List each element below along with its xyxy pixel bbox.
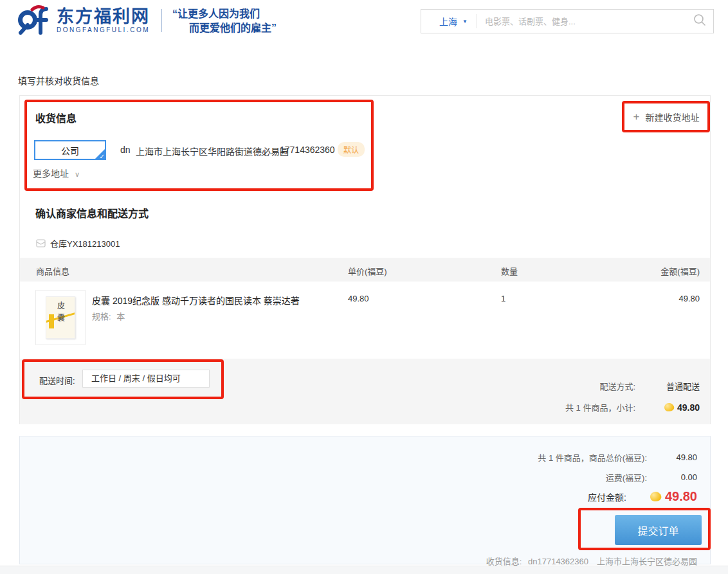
submit-order-button[interactable]: 提交订单 <box>615 515 702 545</box>
new-address-label: 新建收货地址 <box>645 111 699 123</box>
shipping-row: 运费(福豆): 0.00 <box>606 471 697 483</box>
more-addresses-label: 更多地址 <box>33 168 69 179</box>
shipping-label: 运费(福豆): <box>606 471 647 483</box>
total-label: 共 1 件商品，商品总价(福豆): <box>538 451 647 463</box>
product-title[interactable]: 皮囊 2019纪念版 感动千万读者的国民读本 蔡崇达著 <box>92 294 349 307</box>
new-address-button[interactable]: + 新建收货地址 <box>631 109 702 125</box>
subtotal-value-wrap: 49.80 <box>635 402 700 413</box>
default-badge: 默认 <box>338 142 365 157</box>
col-amount: 金额(福豆) <box>660 265 700 277</box>
search-input[interactable] <box>477 12 686 31</box>
chevron-down-icon: ▼ <box>462 19 468 24</box>
site-header: 东方福利网 DONGFANGFULI.COM “让更多人因为我们 而更爱他们的雇… <box>0 0 728 39</box>
recipient-phone: 17714362360 <box>280 145 335 155</box>
subtotal-value: 49.80 <box>677 402 700 413</box>
address-tag-button[interactable]: 公司 ✓ <box>34 140 106 160</box>
address-tag-label: 公司 <box>61 144 79 157</box>
search-icon <box>693 13 707 30</box>
shipping-value: 0.00 <box>647 472 697 482</box>
payable-label: 应付金额: <box>588 490 626 503</box>
delivery-section: 配送时间: 工作日 / 周末 / 假日均可 配送方式: 普通配送 共 1 件商品… <box>20 359 710 424</box>
header-divider <box>161 9 162 32</box>
fudou-bean-icon <box>664 402 675 412</box>
slogan-line1: “让更多人因为我们 <box>172 7 277 21</box>
search-box: 上海 ▼ <box>421 9 714 33</box>
page-title: 填写并核对收货信息 <box>18 74 99 87</box>
city-label: 上海 <box>439 15 457 28</box>
merchant-section-title: 确认商家信息和配送方式 <box>35 205 149 220</box>
summary-card: 共 1 件商品，商品总价(福豆): 49.80 运费(福豆): 0.00 应付金… <box>19 436 711 564</box>
search-button[interactable] <box>686 13 713 30</box>
amount-cell: 49.80 <box>678 294 700 303</box>
quantity-cell: 1 <box>501 294 505 303</box>
delivery-method-value: 普通配送 <box>635 380 700 392</box>
spec-value: 本 <box>116 312 125 321</box>
warehouse-row: 仓库YX181213001 <box>36 237 120 249</box>
bottom-strip <box>0 566 728 574</box>
footer-address-label: 收货信息: <box>486 557 522 566</box>
delivery-method-row: 配送方式: 普通配送 <box>599 380 700 392</box>
logo-domain: DONGFANGFULI.COM <box>57 26 150 34</box>
col-product: 商品信息 <box>36 265 69 277</box>
warehouse-icon <box>36 239 46 247</box>
address-section-title: 收货信息 <box>35 110 77 125</box>
slogan: “让更多人因为我们 而更爱他们的雇主” <box>172 4 277 35</box>
recipient-name: dn <box>120 145 131 155</box>
payable-value: 49.80 <box>665 489 697 504</box>
spec-label: 规格: <box>92 312 111 321</box>
book-cover: 皮囊 <box>46 296 75 339</box>
order-table-header: 商品信息 单价(福豆) 数量 金额(福豆) <box>20 258 710 282</box>
fudou-bean-icon <box>649 490 662 503</box>
book-cover-title: 皮囊 <box>55 301 66 326</box>
slogan-line2: 而更爱他们的雇主” <box>172 21 277 35</box>
warehouse-label: 仓库YX181213001 <box>50 237 120 249</box>
footer-address-value: dn17714362360 上海市上海长宁区德必易园 <box>528 557 697 566</box>
header-left: 东方福利网 DONGFANGFULI.COM “让更多人因为我们 而更爱他们的雇… <box>17 4 277 37</box>
product-thumbnail[interactable]: 皮囊 <box>35 290 86 345</box>
chevron-down-icon: ∨ <box>75 170 80 178</box>
order-card: 收货信息 + 新建收货地址 公司 ✓ dn 上海市上海长宁区华阳路街道德必易园 … <box>19 95 711 424</box>
payable-row: 应付金额: 49.80 <box>588 489 697 504</box>
logo-mark-icon <box>17 4 51 37</box>
product-spec: 规格: 本 <box>92 310 125 322</box>
check-icon: ✓ <box>100 153 105 160</box>
logo-name: 东方福利网 <box>57 7 150 26</box>
subtotal-label: 共 1 件商品，小计: <box>565 401 635 413</box>
total-value: 49.80 <box>647 453 697 462</box>
total-row: 共 1 件商品，商品总价(福豆): 49.80 <box>538 451 697 463</box>
unit-price-cell: 49.80 <box>348 294 369 303</box>
payable-value-wrap: 49.80 <box>626 489 697 504</box>
more-addresses-link[interactable]: 更多地址 ∨ <box>33 166 80 179</box>
col-quantity: 数量 <box>501 265 518 277</box>
col-unit-price: 单价(福豆) <box>348 265 387 277</box>
recipient-address: 上海市上海长宁区华阳路街道德必易园 <box>136 145 289 157</box>
checkout-page: 东方福利网 DONGFANGFULI.COM “让更多人因为我们 而更爱他们的雇… <box>0 0 728 574</box>
city-selector[interactable]: 上海 ▼ <box>421 14 477 28</box>
delivery-method-label: 配送方式: <box>599 380 635 392</box>
plus-icon: + <box>633 111 640 123</box>
delivery-time-label: 配送时间: <box>39 374 75 386</box>
delivery-time-select[interactable]: 工作日 / 周末 / 假日均可 <box>82 370 210 388</box>
logo-text: 东方福利网 DONGFANGFULI.COM <box>57 7 150 34</box>
site-logo[interactable]: 东方福利网 DONGFANGFULI.COM <box>17 4 150 37</box>
subtotal-row: 共 1 件商品，小计: 49.80 <box>565 401 700 413</box>
